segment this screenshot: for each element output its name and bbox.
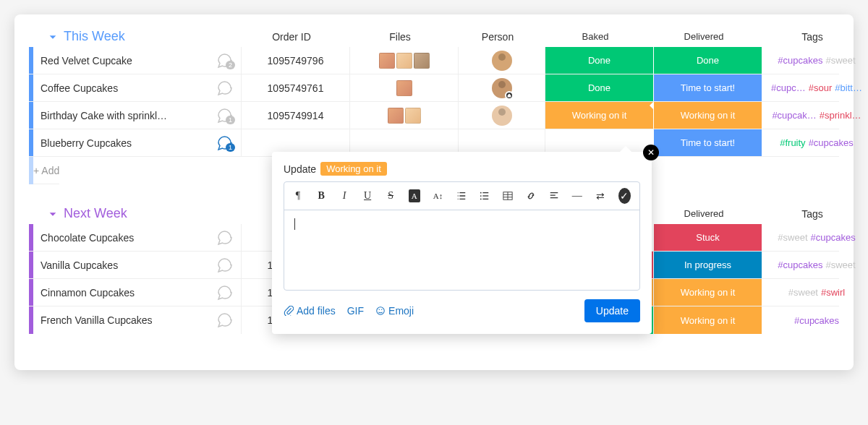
tags-cell[interactable]: #cupcak…#sprinkl… — [762, 102, 868, 129]
delivered-status[interactable]: In progress — [654, 252, 762, 278]
avatar[interactable] — [492, 106, 512, 126]
tag[interactable]: #swirl — [821, 287, 845, 298]
text-color-icon[interactable]: A — [409, 189, 420, 202]
delivered-status[interactable]: Done — [654, 47, 762, 74]
table-row[interactable]: Birthday Cake with sprinkl…11095749914Wo… — [29, 102, 839, 129]
order-id-cell[interactable]: 1095749796 — [242, 47, 350, 74]
file-thumb[interactable] — [396, 80, 412, 96]
tags-cell[interactable]: #cupcakes#sweet — [762, 252, 868, 278]
file-thumb[interactable] — [396, 53, 412, 69]
delivered-status[interactable]: Time to start! — [654, 74, 762, 101]
comment-icon[interactable]: 1 — [215, 106, 235, 126]
paragraph-icon[interactable]: ¶ — [293, 189, 303, 202]
comment-icon[interactable]: 2 — [215, 51, 235, 71]
person-cell[interactable] — [459, 74, 545, 101]
col-header-delivered[interactable]: Delivered — [650, 31, 758, 42]
group-header[interactable]: Next Week — [46, 206, 127, 221]
tags-cell[interactable]: #cupcakes#sweet — [762, 47, 868, 74]
col-header-tags[interactable]: Tags — [758, 31, 867, 43]
tag[interactable]: #sweet — [825, 55, 855, 66]
tag[interactable]: #sweet — [825, 259, 855, 270]
strikethrough-icon[interactable]: S — [386, 189, 396, 202]
comment-icon[interactable] — [215, 228, 235, 248]
tag[interactable]: #cupcakes — [811, 232, 856, 243]
col-header-tags[interactable]: Tags — [758, 208, 867, 220]
delivered-status[interactable]: Working on it — [654, 306, 762, 334]
person-cell[interactable] — [459, 47, 545, 74]
editor-textarea[interactable] — [284, 210, 639, 290]
col-header-baked[interactable]: Baked — [541, 31, 650, 42]
update-button[interactable]: Update — [584, 299, 640, 322]
files-cell[interactable] — [350, 102, 459, 129]
tags-cell[interactable]: #cupc…#sour#bitt… — [762, 74, 868, 101]
chevron-down-icon[interactable] — [46, 207, 59, 220]
row-name[interactable]: Cinnamon Cupcakes — [41, 287, 215, 299]
tag[interactable]: #sprinkl… — [820, 110, 861, 121]
comment-icon[interactable] — [215, 310, 235, 330]
close-icon[interactable]: ✕ — [643, 145, 659, 160]
baked-status[interactable]: Working on it — [545, 102, 654, 129]
delivered-status[interactable]: Time to start! — [654, 129, 762, 156]
tags-cell[interactable]: #sweet#cupcakes — [762, 224, 868, 251]
tag[interactable]: #cupcakes — [778, 259, 822, 270]
chevron-down-icon[interactable] — [46, 30, 59, 43]
tag[interactable]: #fruity — [780, 137, 805, 148]
tags-cell[interactable]: #cupcakes — [762, 306, 868, 334]
avatar[interactable] — [492, 51, 512, 71]
row-name[interactable]: French Vanilla Cupcakes — [41, 314, 215, 326]
align-icon[interactable] — [549, 189, 559, 202]
table-row[interactable]: Coffee Cupcakes1095749761DoneTime to sta… — [29, 74, 839, 102]
tag[interactable]: #sweet — [788, 287, 818, 298]
delivered-status[interactable]: Stuck — [654, 224, 762, 251]
group-header[interactable]: This Week — [46, 29, 125, 44]
tag[interactable]: #sour — [809, 82, 833, 93]
comment-icon[interactable] — [215, 255, 235, 275]
bold-icon[interactable]: B — [316, 189, 326, 202]
file-thumb[interactable] — [414, 53, 430, 69]
unordered-list-icon[interactable] — [480, 189, 490, 202]
tag[interactable]: #cupc… — [771, 82, 806, 93]
delivered-status[interactable]: Working on it — [654, 102, 762, 129]
order-id-cell[interactable]: 1095749914 — [242, 102, 350, 129]
comment-icon[interactable]: 1 — [215, 133, 235, 153]
horizontal-rule-icon[interactable]: — — [572, 189, 582, 202]
tag[interactable]: #bitt… — [835, 82, 862, 93]
baked-status[interactable]: Done — [545, 74, 654, 101]
tags-cell[interactable]: #fruity#cupcakes — [762, 129, 868, 156]
add-row[interactable]: + Add — [33, 157, 59, 184]
table-icon[interactable] — [503, 189, 513, 202]
baked-status[interactable]: Done — [545, 47, 654, 74]
col-header-files[interactable]: Files — [346, 31, 454, 43]
delivered-status[interactable]: Working on it — [654, 279, 762, 306]
table-row[interactable]: Red Velvet Cupcake21095749796DoneDone#cu… — [29, 47, 839, 74]
comment-icon[interactable] — [215, 283, 235, 303]
avatar[interactable] — [492, 78, 512, 98]
comment-icon[interactable] — [215, 78, 235, 98]
files-cell[interactable] — [350, 47, 459, 74]
tag[interactable]: #cupcakes — [794, 315, 839, 326]
order-id-cell[interactable]: 1095749761 — [242, 74, 350, 101]
underline-icon[interactable]: U — [362, 189, 373, 202]
row-name[interactable]: Coffee Cupcakes — [41, 82, 215, 94]
col-header-person[interactable]: Person — [454, 31, 541, 43]
tag[interactable]: #cupcakes — [809, 137, 854, 148]
gif-link[interactable]: GIF — [347, 305, 364, 317]
col-header-orderid[interactable]: Order ID — [237, 31, 346, 43]
row-name[interactable]: Blueberry Cupcakes — [41, 137, 215, 149]
row-name[interactable]: Vanilla Cupcakes — [41, 259, 215, 271]
font-size-icon[interactable]: A↕ — [433, 189, 443, 202]
file-thumb[interactable] — [379, 53, 395, 69]
row-name[interactable]: Birthday Cake with sprinkl… — [41, 110, 215, 121]
tag[interactable]: #cupcak… — [772, 110, 816, 121]
file-thumb[interactable] — [388, 108, 404, 124]
files-cell[interactable] — [350, 74, 459, 101]
file-thumb[interactable] — [405, 108, 421, 124]
add-files-link[interactable]: Add files — [284, 305, 336, 317]
direction-icon[interactable]: ⇄ — [595, 189, 605, 202]
tag[interactable]: #sweet — [778, 232, 807, 243]
link-icon[interactable] — [526, 189, 536, 202]
row-name[interactable]: Red Velvet Cupcake — [41, 55, 215, 66]
italic-icon[interactable]: I — [339, 189, 349, 202]
col-header-delivered[interactable]: Delivered — [650, 208, 758, 219]
tags-cell[interactable]: #sweet#swirl — [762, 279, 868, 306]
